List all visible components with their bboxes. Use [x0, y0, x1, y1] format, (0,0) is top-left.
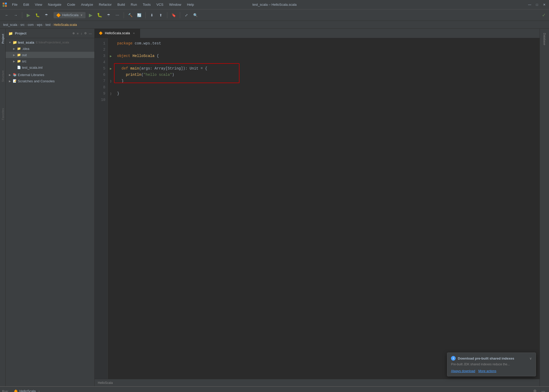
favorites-toggle[interactable]: Favorites — [1, 106, 5, 122]
tree-item-root[interactable]: ▼ 📁 test_scala E:\IdeaProjects\test_scal… — [6, 39, 94, 45]
forward-button[interactable]: → — [12, 11, 19, 19]
svg-rect-0 — [3, 3, 4, 4]
run-tab-label: HelloScala — [19, 389, 36, 392]
debug-button[interactable]: 🐛 — [34, 11, 41, 19]
tab-close-button[interactable]: × — [132, 31, 136, 35]
editor-tab-helloscala[interactable]: 🔶 HelloScala.scala × — [95, 29, 140, 38]
vcs-update-button[interactable]: ⬇ — [148, 11, 156, 19]
back-button[interactable]: ← — [3, 11, 10, 19]
search-everywhere-button[interactable]: 🔍 — [192, 11, 199, 19]
tree-item-out[interactable]: ▶ 📁 out — [6, 52, 94, 58]
bottom-toolbar-right: ⚙ — — [531, 387, 547, 392]
rebuild-button[interactable]: 🔄 — [135, 11, 143, 19]
tree-item-scratches[interactable]: ▶ 📝 Scratches and Consoles — [6, 78, 94, 84]
tree-label-idea: .idea — [22, 47, 29, 51]
build-button[interactable]: 🔨 — [127, 11, 134, 19]
gutter-run-5[interactable]: ▶ — [108, 65, 114, 72]
menu-window[interactable]: Window — [167, 2, 184, 8]
project-panel-toggle[interactable]: Project — [1, 31, 5, 47]
run-label: Run: — [2, 390, 9, 392]
gutter-icon-3[interactable] — [108, 40, 114, 47]
gutter-icon-blank3 — [108, 72, 114, 78]
bottom-tab-bar: Run: 🔶 HelloScala × ⚙ — — [0, 387, 549, 392]
run-config-selector[interactable]: 🔶 HelloScala ▼ — [54, 12, 85, 18]
minimize-button[interactable]: — — [527, 2, 532, 7]
tab-label: HelloScala.scala — [105, 31, 130, 35]
notif-more-actions[interactable]: More actions — [478, 369, 496, 373]
breadcrumb-sep-4: › — [43, 23, 44, 27]
expand-button[interactable]: ⤢ — [183, 11, 190, 19]
menu-help[interactable]: Help — [184, 2, 197, 8]
gutter-run-3[interactable]: ▶ — [108, 53, 114, 59]
breadcrumb-test[interactable]: test — [45, 23, 50, 27]
code-line-4 — [117, 59, 536, 65]
toolbar-separator-1 — [22, 12, 22, 18]
code-content[interactable]: package com.wps.test object HelloScala {… — [114, 38, 540, 379]
console-settings-icon[interactable]: ⚙ — [531, 387, 539, 392]
console-close-icon[interactable]: — — [540, 387, 547, 392]
close-button[interactable]: ✕ — [542, 2, 547, 7]
run-config-dropdown-icon: ▼ — [80, 14, 83, 17]
toolbar-separator-3 — [145, 12, 146, 18]
code-line-6: println("hello scala") — [117, 72, 536, 78]
menu-build[interactable]: Build — [115, 2, 128, 8]
menu-vcs[interactable]: VCS — [154, 2, 166, 8]
notif-always-download[interactable]: Always download — [451, 369, 475, 373]
menu-edit[interactable]: Edit — [21, 2, 32, 8]
bottom-tab-run[interactable]: 🔶 HelloScala × — [11, 388, 44, 392]
breadcrumb-file[interactable]: HelloScala.scala — [54, 23, 77, 27]
project-list-icon[interactable]: ≡ — [77, 32, 78, 35]
coverage-run-button[interactable]: ☂ — [105, 11, 112, 19]
tree-arrow-root: ▼ — [8, 40, 12, 44]
gutter-fold-7[interactable]: } — [108, 78, 114, 84]
tree-item-iml[interactable]: ▶ 📄 test_scala.iml — [6, 64, 94, 71]
more-run-button[interactable]: ⋯ — [114, 11, 121, 19]
bookmarks-button[interactable]: 🔖 — [170, 11, 177, 19]
debug-run-button[interactable]: 🐛 — [96, 11, 103, 19]
breadcrumb-src[interactable]: src — [20, 23, 25, 27]
tree-item-idea[interactable]: ▶ 📁 .idea — [6, 45, 94, 52]
tree-arrow-scratches: ▶ — [8, 79, 12, 83]
tree-arrow-idea: ▶ — [12, 47, 16, 51]
tree-icon-out: 📁 — [17, 53, 21, 57]
menu-view[interactable]: View — [32, 2, 45, 8]
notif-chevron-icon[interactable]: ∨ — [529, 356, 532, 360]
tree-arrow-src: ▶ — [12, 59, 16, 63]
maximize-button[interactable]: □ — [534, 2, 540, 7]
notif-info-icon: i — [451, 356, 456, 361]
far-left-panel: Project Structure Favorites — [0, 29, 6, 386]
coverage-button[interactable]: ☂ — [43, 11, 50, 19]
code-editor: 1 2 3 4 5 6 7 8 9 10 ▶ ▶ } } — [95, 38, 540, 379]
tab-icon: 🔶 — [99, 31, 103, 35]
project-sort-icon[interactable]: ↕ — [81, 32, 82, 35]
menu-refactor[interactable]: Refactor — [96, 2, 114, 8]
vcs-push-button[interactable]: ⬆ — [157, 11, 164, 19]
notif-header: i Download pre-built shared indexes ∨ — [451, 356, 532, 361]
tree-item-ext-libs[interactable]: ▶ 📚 External Libraries — [6, 72, 94, 78]
menu-tools[interactable]: Tools — [140, 2, 153, 8]
run-button[interactable]: ▶ — [87, 11, 94, 19]
breadcrumb-wps[interactable]: wps — [37, 23, 42, 27]
tree-item-src[interactable]: ▶ 📁 src — [6, 58, 94, 64]
database-toggle[interactable]: Database — [543, 31, 546, 47]
breadcrumb-sep-2: › — [26, 23, 27, 27]
tree-arrow-out: ▶ — [12, 53, 16, 57]
menu-analyze[interactable]: Analyze — [78, 2, 96, 8]
project-collapse-icon[interactable]: — — [89, 32, 92, 35]
breadcrumb-com[interactable]: com — [28, 23, 34, 27]
notif-title: Download pre-built shared indexes — [458, 356, 514, 360]
menu-file[interactable]: File — [9, 2, 20, 8]
code-line-10 — [117, 97, 536, 103]
tree-icon-root: 📁 — [13, 40, 17, 44]
gutter-fold-9[interactable]: } — [108, 90, 114, 97]
project-settings-icon[interactable]: ⚙ — [84, 32, 87, 35]
structure-toggle[interactable]: Structure — [1, 68, 5, 84]
breadcrumb-project[interactable]: test_scala — [3, 23, 17, 27]
run-tab-close[interactable]: × — [37, 389, 41, 392]
run-recent-button[interactable]: ▶ — [25, 11, 32, 19]
tree-label-ext-libs: External Libraries — [18, 73, 44, 77]
menu-code[interactable]: Code — [65, 2, 78, 8]
menu-run[interactable]: Run — [128, 2, 140, 8]
project-add-icon[interactable]: ⊕ — [72, 32, 75, 35]
menu-navigate[interactable]: Navigate — [45, 2, 64, 8]
